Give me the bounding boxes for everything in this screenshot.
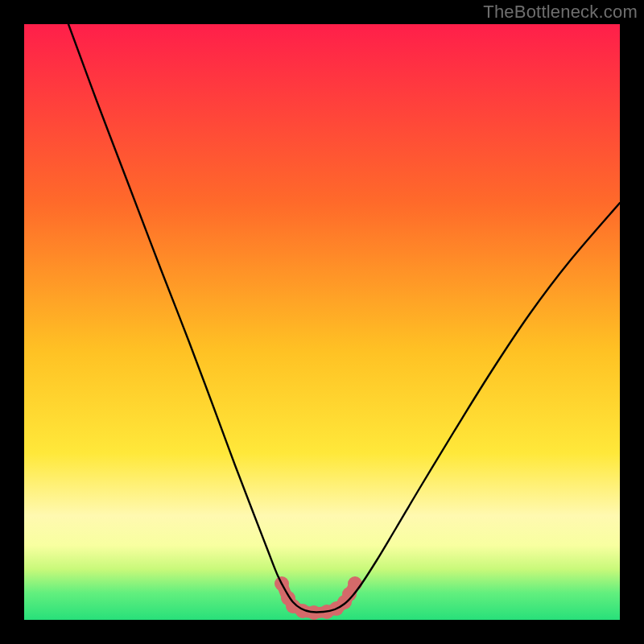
app-frame: TheBottleneck.com — [0, 0, 644, 644]
trough-marker-dot — [348, 576, 362, 591]
chart-plot-area — [24, 24, 620, 620]
trough-marker-dots — [275, 576, 362, 620]
chart-curve-layer — [24, 24, 620, 620]
watermark-text: TheBottleneck.com — [483, 2, 638, 23]
bottleneck-curve — [68, 24, 620, 612]
